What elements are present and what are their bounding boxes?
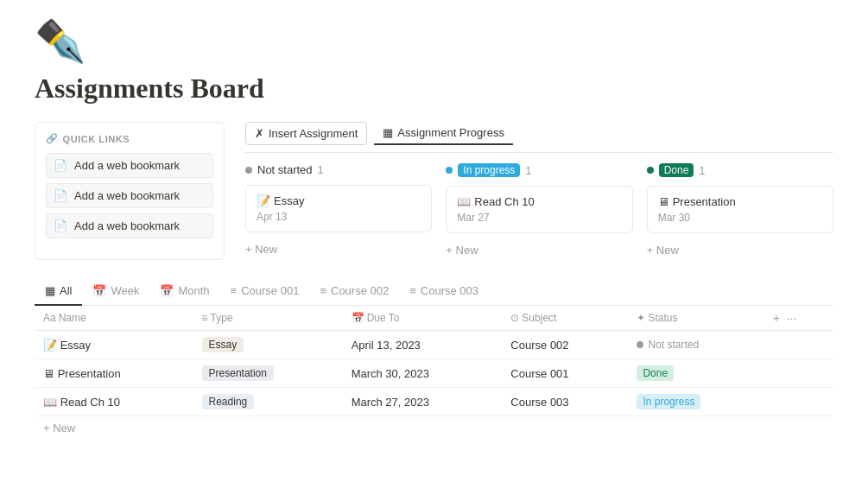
tab-month-icon: 📅 xyxy=(160,284,174,297)
cell-status-presentation: Done xyxy=(628,359,763,388)
add-column-button[interactable]: + xyxy=(773,311,780,325)
tab-course001[interactable]: ≡ Course 001 xyxy=(220,277,310,306)
cell-dueto-essay: April 13, 2023 xyxy=(343,331,503,359)
cell-subject-presentation: Course 001 xyxy=(502,359,628,388)
column-in-progress: In progress 1 📖 Read Ch 10 Mar 27 + New xyxy=(446,163,632,260)
tab-all-icon: ▦ xyxy=(45,284,55,297)
tab-all[interactable]: ▦ All xyxy=(35,277,82,306)
page-icon: ✒️ xyxy=(35,17,833,66)
card-read-ch10[interactable]: 📖 Read Ch 10 Mar 27 xyxy=(446,186,632,233)
card-presentation[interactable]: 🖥 Presentation Mar 30 xyxy=(647,186,833,233)
card-essay-title: Essay xyxy=(274,194,304,207)
bookmark-icon-2: 📄 xyxy=(54,189,67,202)
progress-icon: ▦ xyxy=(383,126,393,139)
dot-not-started xyxy=(245,167,252,174)
tabs-bar: ▦ All 📅 Week 📅 Month ≡ Course 001 ≡ Cour… xyxy=(35,277,833,306)
bookmark-item-3[interactable]: 📄 Add a web bookmark xyxy=(46,213,213,238)
assignment-progress-button[interactable]: ▦ Assignment Progress xyxy=(374,122,513,145)
tab-course003[interactable]: ≡ Course 003 xyxy=(399,277,489,306)
tab-course002[interactable]: ≡ Course 002 xyxy=(309,277,399,306)
cell-status-read: In progress xyxy=(628,388,763,416)
row-read-icon: 📖 xyxy=(43,396,57,409)
column-label-not-started: Not started xyxy=(257,163,313,176)
card-presentation-icon: 🖥 xyxy=(658,195,669,208)
tag-reading: Reading xyxy=(202,394,255,409)
quick-links-panel: 🔗 QUICK LINKS 📄 Add a web bookmark 📄 Add… xyxy=(35,122,225,260)
column-count-in-progress: 1 xyxy=(525,164,531,177)
tab-week[interactable]: 📅 Week xyxy=(82,277,149,306)
cell-type-presentation: Presentation xyxy=(193,359,343,388)
col-header-type: ≡Type xyxy=(193,306,343,331)
link-icon: 🔗 xyxy=(46,133,59,144)
more-options-button[interactable]: ··· xyxy=(787,311,797,325)
card-essay-icon: 📝 xyxy=(257,194,270,207)
column-label-in-progress: In progress xyxy=(458,163,520,177)
card-presentation-date: Mar 30 xyxy=(658,212,822,224)
tab-course001-icon: ≡ xyxy=(231,284,238,297)
assignments-table: AaName ≡Type 📅Due To ⊙Subject ✦Status + … xyxy=(35,306,833,416)
column-done: Done 1 🖥 Presentation Mar 30 + New xyxy=(647,163,833,260)
col-header-status: ✦Status xyxy=(628,306,763,331)
bookmark-item-2[interactable]: 📄 Add a web bookmark xyxy=(46,183,213,208)
board-area: ✗ Insert Assignment ▦ Assignment Progres… xyxy=(245,122,833,260)
dot-done xyxy=(647,167,654,174)
column-not-started: Not started 1 📝 Essay Apr 13 + New xyxy=(245,163,432,260)
cell-dueto-read: March 27, 2023 xyxy=(343,388,503,416)
col-header-actions: + ··· xyxy=(764,306,833,331)
cell-subject-read: Course 003 xyxy=(502,388,628,416)
card-essay-date: Apr 13 xyxy=(257,211,421,223)
cell-name-presentation[interactable]: 🖥 Presentation xyxy=(35,359,193,388)
quick-links-title: 🔗 QUICK LINKS xyxy=(46,133,213,144)
tab-course003-icon: ≡ xyxy=(409,284,416,297)
new-card-in-progress[interactable]: + New xyxy=(446,240,632,260)
cell-subject-essay: Course 002 xyxy=(502,331,628,359)
dot-in-progress xyxy=(446,167,453,174)
cell-dueto-presentation: March 30, 2023 xyxy=(343,359,503,388)
card-read-icon: 📖 xyxy=(457,195,471,208)
row-presentation-icon: 🖥 xyxy=(43,367,54,380)
card-essay[interactable]: 📝 Essay Apr 13 xyxy=(245,185,432,232)
bookmark-icon-3: 📄 xyxy=(54,219,67,232)
table-row: 📝 Essay Essay April 13, 2023 Course 002 … xyxy=(35,331,833,359)
card-read-date: Mar 27 xyxy=(457,212,621,224)
col-header-dueto: 📅Due To xyxy=(343,306,503,331)
tab-course002-icon: ≡ xyxy=(320,284,326,297)
page-title: Assignments Board xyxy=(35,73,833,105)
card-presentation-title: Presentation xyxy=(673,195,736,208)
tab-week-icon: 📅 xyxy=(92,284,106,297)
table-row: 🖥 Presentation Presentation March 30, 20… xyxy=(35,359,833,388)
col-header-name: AaName xyxy=(35,306,193,331)
cell-type-essay: Essay xyxy=(193,331,343,359)
board-divider xyxy=(245,152,833,153)
new-card-not-started[interactable]: + New xyxy=(245,239,432,259)
new-row-button[interactable]: + New xyxy=(35,416,833,440)
column-label-done: Done xyxy=(659,163,694,177)
row-essay-icon: 📝 xyxy=(43,339,57,352)
cell-name-read[interactable]: 📖 Read Ch 10 xyxy=(35,388,193,416)
tab-month[interactable]: 📅 Month xyxy=(149,277,219,306)
cell-type-read: Reading xyxy=(193,388,343,416)
column-count-not-started: 1 xyxy=(318,163,324,176)
status-badge-in-progress: In progress xyxy=(637,394,700,409)
col-header-subject: ⊙Subject xyxy=(502,306,628,331)
table-row: 📖 Read Ch 10 Reading March 27, 2023 Cour… xyxy=(35,388,833,416)
tag-presentation: Presentation xyxy=(202,365,274,381)
card-read-title: Read Ch 10 xyxy=(474,195,534,208)
insert-assignment-button[interactable]: ✗ Insert Assignment xyxy=(245,122,367,145)
status-dot-essay xyxy=(637,341,643,348)
tag-essay: Essay xyxy=(202,337,244,352)
cell-status-essay: Not started xyxy=(628,331,763,359)
bookmark-icon-1: 📄 xyxy=(54,159,67,172)
column-count-done: 1 xyxy=(699,164,705,177)
board-columns: Not started 1 📝 Essay Apr 13 + New In pr… xyxy=(245,163,833,260)
insert-icon: ✗ xyxy=(255,127,264,140)
cell-name-essay[interactable]: 📝 Essay xyxy=(35,331,193,359)
new-card-done[interactable]: + New xyxy=(647,240,833,260)
status-badge-done: Done xyxy=(637,365,674,381)
bookmark-item-1[interactable]: 📄 Add a web bookmark xyxy=(46,153,213,178)
